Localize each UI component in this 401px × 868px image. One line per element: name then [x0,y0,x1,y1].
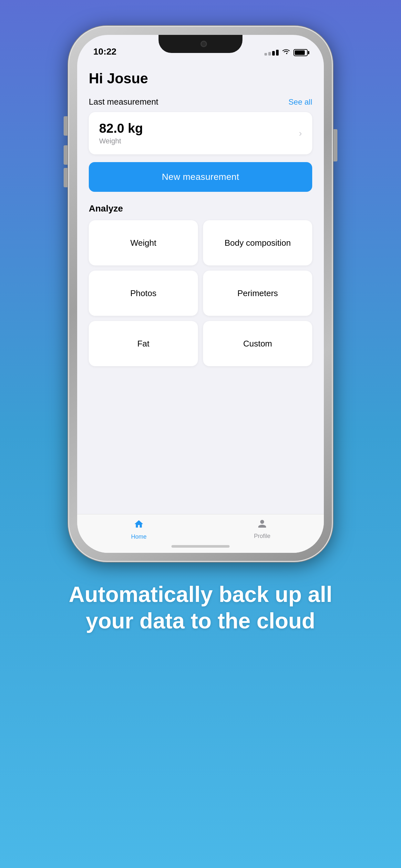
measurement-value: 82.0 kg [99,121,143,135]
last-measurement-label: Last measurement [89,97,158,107]
phone-wrapper: 10:22 [68,26,333,562]
profile-icon [257,519,267,531]
analyze-card-body-composition[interactable]: Body composition [203,220,312,266]
phone-screen: 10:22 [77,35,324,553]
signal-icon [265,50,279,56]
new-measurement-button[interactable]: New measurement [89,162,312,192]
status-icons [265,49,308,57]
main-content: Hi Josue Last measurement See all 82.0 k… [77,61,324,514]
measurement-label: Weight [99,137,143,145]
analyze-card-photos[interactable]: Photos [89,271,198,316]
tagline-line1: Automatically back up all [69,582,332,607]
analyze-card-fat-label: Fat [137,339,150,349]
analyze-card-perimeters-label: Perimeters [237,288,278,299]
analyze-card-weight[interactable]: Weight [89,220,198,266]
measurement-info: 82.0 kg Weight [99,121,143,145]
chevron-right-icon: › [299,128,302,138]
see-all-link[interactable]: See all [289,97,312,106]
wifi-icon [282,49,290,57]
analyze-card-weight-label: Weight [130,238,156,248]
camera-icon [201,41,207,47]
analyze-card-fat[interactable]: Fat [89,321,198,366]
analyze-card-body-composition-label: Body composition [224,238,290,248]
analyze-card-custom-label: Custom [243,339,272,349]
greeting-text: Hi Josue [89,70,312,87]
analyze-grid: Weight Body composition Photos Perimeter… [89,220,312,366]
status-time: 10:22 [93,46,117,57]
last-measurement-header: Last measurement See all [89,97,312,107]
analyze-card-photos-label: Photos [130,288,157,299]
tagline: Automatically back up all your data to t… [43,581,358,634]
home-icon [134,519,144,531]
tagline-line2: your data to the cloud [86,609,315,633]
home-indicator [172,545,229,548]
tab-profile-label: Profile [254,533,270,539]
notch [158,35,243,53]
analyze-title: Analyze [89,204,312,214]
tab-home-label: Home [131,533,147,540]
analyze-card-perimeters[interactable]: Perimeters [203,271,312,316]
phone-shell: 10:22 [68,26,333,562]
tab-home[interactable]: Home [77,519,201,540]
measurement-card[interactable]: 82.0 kg Weight › [89,112,312,154]
analyze-card-custom[interactable]: Custom [203,321,312,366]
battery-icon [294,49,308,56]
tab-profile[interactable]: Profile [201,519,324,539]
